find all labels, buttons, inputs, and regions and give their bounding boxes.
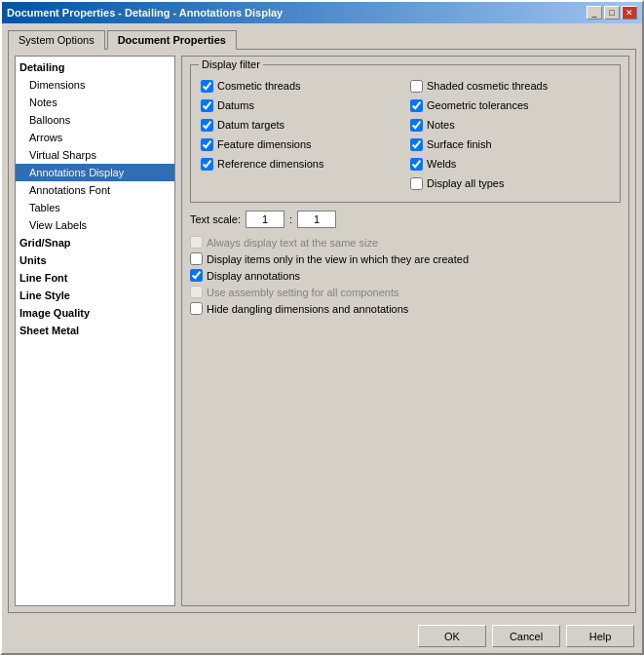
close-button[interactable]: ✕ (622, 6, 637, 19)
tree-item-annotations-display[interactable]: Annotations Display (16, 164, 174, 181)
checkbox-shaded-cosmetic-threads[interactable] (410, 80, 423, 93)
dialog-content: System Options Document Properties Detai… (2, 23, 642, 619)
option-use-assembly-setting-for-all-c: Use assembly setting for all components (190, 286, 621, 298)
tab-document-properties[interactable]: Document Properties (107, 30, 237, 50)
main-panel: DetailingDimensionsNotesBalloonsArrowsVi… (8, 49, 636, 613)
tree-item-notes[interactable]: Notes (16, 94, 174, 111)
label-surface-finish: Surface finish (427, 135, 492, 153)
filter-left-1: Datums (201, 96, 400, 114)
display-filter-group: Display filter Cosmetic threadsShaded co… (190, 64, 621, 203)
title-bar-buttons: _ □ ✕ (587, 6, 637, 19)
left-tree: DetailingDimensionsNotesBalloonsArrowsVi… (15, 56, 175, 606)
label-welds: Welds (427, 155, 456, 173)
tree-item-image-quality[interactable]: Image Quality (16, 304, 174, 322)
option-display-annotations: Display annotations (190, 269, 621, 282)
filter-right-1: Geometric tolerances (410, 96, 610, 114)
option-checkbox-display-an[interactable] (190, 269, 203, 282)
tree-item-annotations-font[interactable]: Annotations Font (16, 181, 174, 199)
option-display-items-only-in-the-view: Display items only in the view in which … (190, 252, 621, 265)
option-always-display-text-at-the-sam: Always display text at the same size (190, 236, 621, 249)
option-label-hide-dangl: Hide dangling dimensions and annotations (207, 303, 408, 315)
tree-item-units[interactable]: Units (16, 251, 174, 269)
tree-item-grid/snap[interactable]: Grid/Snap (16, 234, 174, 251)
option-label-display-an: Display annotations (207, 270, 300, 282)
checkbox-surface-finish[interactable] (410, 138, 423, 151)
tree-item-arrows[interactable]: Arrows (16, 129, 174, 146)
option-checkbox-hide-dangl[interactable] (190, 302, 203, 315)
label-reference-dimensions: Reference dimensions (217, 155, 323, 173)
text-scale-row: Text scale: : (190, 211, 621, 228)
checkbox-reference-dimensions[interactable] (201, 158, 213, 171)
label-datums: Datums (217, 96, 254, 114)
checkbox-welds[interactable] (410, 158, 423, 171)
checkbox-datum-targets[interactable] (201, 119, 213, 132)
label-notes: Notes (427, 116, 455, 134)
label-datum-targets: Datum targets (217, 116, 284, 134)
checkbox-display-all-types[interactable] (410, 177, 423, 190)
tree-item-tables[interactable]: Tables (16, 199, 174, 216)
label-display-all-types: Display all types (427, 174, 504, 192)
right-panel: Display filter Cosmetic threadsShaded co… (181, 56, 629, 606)
tree-item-balloons[interactable]: Balloons (16, 111, 174, 129)
checkbox-feature-dimensions[interactable] (201, 138, 213, 151)
minimize-button[interactable]: _ (587, 6, 602, 19)
label-cosmetic-threads: Cosmetic threads (217, 77, 301, 95)
text-scale-label: Text scale: (190, 213, 241, 225)
filter-left-0: Cosmetic threads (201, 77, 400, 95)
filter-right-3: Surface finish (410, 135, 610, 153)
checkbox-notes[interactable] (410, 119, 423, 132)
label-shaded-cosmetic-threads: Shaded cosmetic threads (427, 77, 548, 95)
ok-button[interactable]: OK (418, 625, 486, 647)
option-checkbox-always-dis (190, 236, 203, 249)
text-scale-input-1[interactable] (246, 211, 284, 228)
filter-left-2: Datum targets (201, 116, 400, 134)
filter-right-4: Welds (410, 155, 610, 173)
option-label-display-it: Display items only in the view in which … (207, 253, 469, 265)
tab-bar: System Options Document Properties (8, 29, 636, 49)
filter-right-5: Display all types (410, 174, 610, 192)
tab-system-options[interactable]: System Options (8, 30, 105, 50)
checkbox-geometric-tolerances[interactable] (410, 99, 423, 112)
window-title: Document Properties - Detailing - Annota… (7, 7, 283, 19)
tree-item-line-font[interactable]: Line Font (16, 269, 174, 287)
filter-left-5 (201, 174, 400, 192)
checkbox-datums[interactable] (201, 99, 213, 112)
tree-item-detailing[interactable]: Detailing (16, 58, 174, 76)
title-bar: Document Properties - Detailing - Annota… (2, 2, 642, 23)
cancel-button[interactable]: Cancel (492, 625, 560, 647)
tree-item-dimensions[interactable]: Dimensions (16, 76, 174, 94)
label-geometric-tolerances: Geometric tolerances (427, 96, 529, 114)
filter-left-3: Feature dimensions (201, 135, 400, 153)
tree-item-sheet-metal[interactable]: Sheet Metal (16, 322, 174, 339)
option-label-always-dis: Always display text at the same size (207, 237, 378, 249)
group-label: Display filter (199, 58, 263, 70)
filter-right-2: Notes (410, 116, 610, 134)
tree-item-view-labels[interactable]: View Labels (16, 216, 174, 234)
option-rows: Always display text at the same sizeDisp… (190, 236, 621, 315)
text-scale-input-2[interactable] (297, 211, 336, 228)
bottom-buttons: OK Cancel Help (2, 619, 642, 653)
tree-item-virtual-sharps[interactable]: Virtual Sharps (16, 146, 174, 164)
option-checkbox-use-assemb (190, 286, 203, 298)
maximize-button[interactable]: □ (604, 6, 620, 19)
option-checkbox-display-it[interactable] (190, 252, 203, 265)
main-window: Document Properties - Detailing - Annota… (0, 0, 644, 655)
text-scale-separator: : (289, 213, 292, 225)
option-label-use-assemb: Use assembly setting for all components (207, 287, 398, 298)
checkbox-cosmetic-threads[interactable] (201, 80, 213, 93)
option-hide-dangling-dimensions-and-a: Hide dangling dimensions and annotations (190, 302, 621, 315)
label-feature-dimensions: Feature dimensions (217, 135, 312, 153)
help-button[interactable]: Help (566, 625, 634, 647)
tree-item-line-style[interactable]: Line Style (16, 287, 174, 304)
filter-right-0: Shaded cosmetic threads (410, 77, 610, 95)
filter-grid: Cosmetic threadsShaded cosmetic threadsD… (201, 77, 610, 192)
filter-left-4: Reference dimensions (201, 155, 400, 173)
